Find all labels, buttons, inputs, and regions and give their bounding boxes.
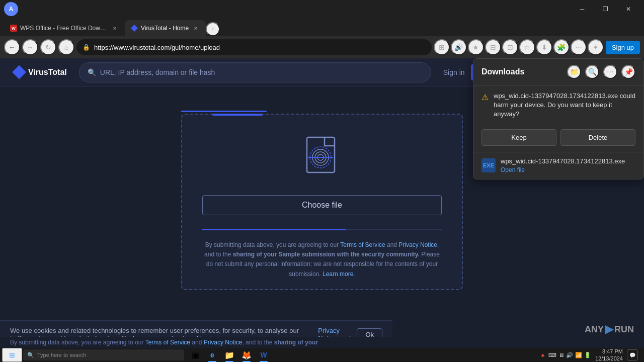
downloads-panel: Downloads 📁 🔍 ⋯ 📌 ⚠ wps_wid.cid-13379470… <box>473 58 644 179</box>
tab-wps[interactable]: W WPS Office - Free Office Downlo... ✕ <box>4 20 125 36</box>
download-filename: wps_wid.cid-1337947028.1734122813.exe <box>501 157 635 165</box>
forward-button[interactable]: → <box>22 39 38 55</box>
tab-virustotal-close[interactable]: ✕ <box>192 24 200 32</box>
profile-avatar[interactable]: A <box>4 2 18 16</box>
vt-logo-text: VirusTotal <box>28 68 67 77</box>
read-aloud-button[interactable]: 🔊 <box>451 39 467 55</box>
taskbar: ⊞ 🔍 Type here to search ▣ e 📁 🦊 W 🔺 ⌨ 🖥 … <box>0 348 644 362</box>
delete-button[interactable]: Delete <box>560 129 635 146</box>
tab-wps-title: WPS Office - Free Office Downlo... <box>20 25 108 32</box>
battery-icon[interactable]: 🔋 <box>584 352 591 358</box>
anyrun-logo: ANY ▶ RUN <box>585 323 634 336</box>
url-text: https://www.virustotal.com/gui/home/uplo… <box>94 44 220 51</box>
vt-search-icon: 🔍 <box>88 68 96 76</box>
sharing-text: sharing of your Sample submission with t… <box>233 251 420 258</box>
bottom-footer: By submitting data above, you are agreei… <box>0 337 644 348</box>
vt-search-input: URL, IP address, domain or file hash <box>100 68 423 76</box>
lock-icon: 🔒 <box>83 44 90 51</box>
app-button[interactable]: ⊞ <box>434 39 450 55</box>
address-input-wrap[interactable]: 🔒 https://www.virustotal.com/gui/home/up… <box>76 39 432 55</box>
keyboard-icon[interactable]: ⌨ <box>548 352 556 358</box>
word-icon: W <box>260 351 267 359</box>
vt-logo-icon <box>12 65 26 79</box>
downloads-panel-title: Downloads <box>481 67 563 76</box>
home-button[interactable]: ⌂ <box>58 39 74 55</box>
downloads-more-button[interactable]: ⋯ <box>603 65 617 79</box>
browser-chrome: A ─ ❐ ✕ W WPS Office - Free Office Downl… <box>0 0 644 58</box>
title-bar-left: A <box>4 2 20 16</box>
open-file-link[interactable]: Open file <box>501 166 525 173</box>
terms-of-service-link[interactable]: Terms of Service <box>340 241 385 248</box>
upload-drop-zone[interactable]: Choose file By submitting data above, yo… <box>181 114 463 290</box>
virustotal-tab-icon <box>131 25 138 32</box>
upload-terms: By submitting data above, you are agreei… <box>202 240 442 279</box>
upload-icon <box>297 135 347 180</box>
notification-button[interactable]: 💬 <box>627 349 638 360</box>
favorites-button[interactable]: ★ <box>468 39 484 55</box>
wps-icon: W <box>10 25 17 32</box>
vt-search-bar[interactable]: 🔍 URL, IP address, domain or file hash <box>79 62 431 82</box>
tab-virustotal-title: VirusTotal - Home <box>141 25 189 32</box>
download-item: EXE wps_wid.cid-1337947028.1734122813.ex… <box>473 152 643 179</box>
bottom-and: and <box>190 339 204 346</box>
bottom-terms-link[interactable]: Terms of Service <box>145 339 190 346</box>
taskbar-search-icon: 🔍 <box>27 352 34 358</box>
firefox-icon: 🦊 <box>242 350 252 360</box>
download-file-info: wps_wid.cid-1337947028.1734122813.exe Op… <box>501 157 635 174</box>
collections-button[interactable]: ⊟ <box>485 39 501 55</box>
close-button[interactable]: ✕ <box>617 0 640 18</box>
back-button[interactable]: ← <box>4 39 20 55</box>
downloads-toolbar-button[interactable]: ⬇ <box>536 39 552 55</box>
extensions-button[interactable]: 🧩 <box>553 39 570 55</box>
downloads-pin-button[interactable]: 📌 <box>621 65 635 79</box>
vt-signin-link[interactable]: Sign in <box>443 68 465 76</box>
taskbar-time: 8:47 PM <box>595 348 623 355</box>
network-icon[interactable]: 📶 <box>575 352 582 358</box>
restore-button[interactable]: ❐ <box>594 0 617 18</box>
download-file-type-icon: EXE <box>481 158 496 172</box>
browser-signup-button[interactable]: Sign up <box>606 41 640 54</box>
taskbar-search-box[interactable]: 🔍 Type here to search <box>23 349 184 360</box>
favorites-bar-button[interactable]: ☆ <box>519 39 535 55</box>
main-content: VirusTotal 🔍 URL, IP address, domain or … <box>0 58 644 362</box>
tab-wps-close[interactable]: ✕ <box>111 24 119 32</box>
task-view-icon: ▣ <box>192 350 199 360</box>
start-button[interactable]: ⊞ <box>2 348 22 362</box>
taskbar-task-view[interactable]: ▣ <box>187 348 203 362</box>
taskbar-clock[interactable]: 8:47 PM 12/13/2024 <box>595 348 623 362</box>
warning-icon: ⚠ <box>481 93 489 102</box>
choose-file-button[interactable]: Choose file <box>202 195 442 215</box>
warning-text: wps_wid.cid-1337947028.1734122813.exe co… <box>494 92 635 119</box>
taskbar-app-word[interactable]: W <box>256 348 272 362</box>
sys-tray-expand[interactable]: 🔺 <box>539 352 546 358</box>
taskbar-app-edge[interactable]: e <box>204 348 220 362</box>
refresh-button[interactable]: ↻ <box>40 39 56 55</box>
monitor-icon[interactable]: 🖥 <box>558 352 564 358</box>
upload-progress-bar <box>202 229 346 230</box>
new-tab-button[interactable]: + <box>206 22 220 36</box>
anyrun-run-text: RUN <box>614 324 634 335</box>
taskbar-app-firefox[interactable]: 🦊 <box>238 348 255 362</box>
address-bar: ← → ↻ ⌂ 🔒 https://www.virustotal.com/gui… <box>0 36 644 58</box>
explorer-icon: 📁 <box>224 350 234 360</box>
bottom-cont: , and to the <box>242 339 274 346</box>
learn-more-link[interactable]: Learn more. <box>323 270 355 278</box>
tab-virustotal[interactable]: VirusTotal - Home ✕ <box>125 20 206 36</box>
taskbar-sys-icons: 🔺 ⌨ 🖥 🔊 📶 🔋 <box>539 352 591 358</box>
taskbar-right: 🔺 ⌨ 🖥 🔊 📶 🔋 8:47 PM 12/13/2024 💬 <box>539 348 642 362</box>
volume-icon[interactable]: 🔊 <box>566 352 573 358</box>
privacy-notice-link[interactable]: Privacy Notice <box>398 241 437 248</box>
virustotal-logo: VirusTotal <box>12 65 67 79</box>
split-button[interactable]: ⊡ <box>502 39 518 55</box>
copilot-button[interactable]: ✦ <box>588 39 604 55</box>
downloads-folder-button[interactable]: 📁 <box>567 65 581 79</box>
taskbar-app-explorer[interactable]: 📁 <box>221 348 237 362</box>
minimize-button[interactable]: ─ <box>571 0 594 18</box>
file-ext-label: EXE <box>483 162 494 168</box>
more-menu-button[interactable]: ⋯ <box>571 39 587 55</box>
start-icon: ⊞ <box>9 351 15 359</box>
keep-button[interactable]: Keep <box>481 129 556 146</box>
bottom-privacy-link[interactable]: Privacy Notice <box>204 339 243 346</box>
terms-prefix: By submitting data above, you are agreei… <box>205 241 341 248</box>
downloads-search-button[interactable]: 🔍 <box>585 65 599 79</box>
